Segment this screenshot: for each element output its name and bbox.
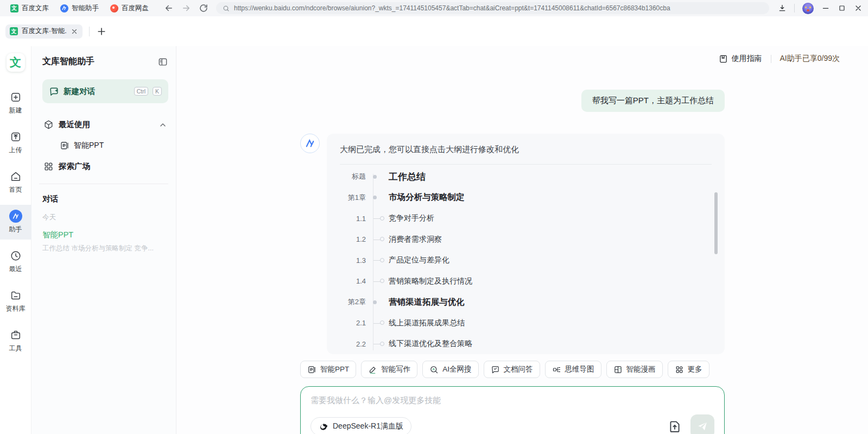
rail-item-home[interactable]: 首页	[0, 165, 31, 200]
sidebar-title: 文库智能助手	[42, 56, 94, 67]
chat-composer: DeepSeek-R1满血版	[300, 386, 725, 434]
search-icon	[429, 365, 439, 374]
wenku-app-logo[interactable]: 文	[7, 53, 25, 72]
divider	[89, 27, 90, 36]
outline-row[interactable]: 2.2 线下渠道优化及整合策略	[340, 334, 725, 354]
browser-tab[interactable]: 文 百度文库·智能...	[5, 24, 83, 39]
outline-row[interactable]: 1.3 产品定位与差异化	[340, 250, 725, 271]
skill-doc-qa[interactable]: 文档问答	[484, 361, 540, 378]
skill-smart-writing[interactable]: 智能写作	[361, 361, 417, 378]
browser-profile-avatar[interactable]	[802, 3, 814, 14]
rail-item-library[interactable]: 资料库	[0, 284, 31, 319]
netdisk-logo-icon	[110, 4, 118, 12]
skill-smart-ppt[interactable]: 智能PPT	[300, 361, 356, 378]
skill-more[interactable]: 更多	[668, 361, 709, 378]
left-rail: 文 新建 上传 首页 助手 最近 资料库 工具	[0, 46, 31, 434]
bookmark-label: 百度网盘	[122, 4, 149, 13]
tab-close-icon[interactable]	[71, 28, 78, 35]
more-grid-icon	[675, 365, 684, 374]
attach-file-icon[interactable]	[668, 419, 682, 433]
url-text: https://wenku.baidu.com/ndcore/browse/ai…	[234, 4, 763, 12]
main-content: 使用指南 AI助手已享0/99次 帮我写一篇PPT，主题为工作总结 大纲已完成，…	[176, 46, 868, 434]
bookmark-label: 智能助手	[72, 4, 99, 13]
model-selector[interactable]: DeepSeek-R1满血版	[311, 417, 411, 434]
outline-row[interactable]: 1.4 营销策略制定及执行情况	[340, 271, 725, 292]
toolbox-icon	[9, 329, 22, 342]
conversations-date-group: 今天	[42, 207, 168, 224]
forward-icon[interactable]	[181, 3, 191, 13]
outline-row[interactable]: 第1章 市场分析与策略制定	[340, 187, 725, 209]
rail-item-assistant[interactable]: 助手	[0, 205, 31, 240]
maximize-icon[interactable]	[838, 4, 846, 12]
home-icon	[9, 170, 22, 183]
upload-icon	[9, 130, 22, 143]
new-icon	[9, 91, 22, 104]
skill-mindmap[interactable]: 思维导图	[545, 361, 601, 378]
outline-row[interactable]: 2.1 线上渠道拓展成果总结	[340, 313, 725, 334]
sidebar-item-smart-ppt[interactable]: 智能PPT	[42, 135, 168, 156]
bookmark-netdisk[interactable]: 百度网盘	[105, 2, 153, 15]
assistant-icon	[9, 210, 22, 223]
quota-label[interactable]: AI助手已享0/99次	[780, 54, 840, 64]
browser-toolbar: 文 百度文库 智能助手 百度网盘 https://wenku.baidu.com…	[0, 0, 868, 16]
sidebar-item-explore[interactable]: 探索广场	[42, 156, 168, 177]
rail-item-recent[interactable]: 最近	[0, 244, 31, 279]
conversation-item[interactable]: 智能PPT 工作总结 市场分析与策略制定 竞争...	[42, 224, 168, 255]
clock-icon	[9, 249, 22, 262]
comic-icon	[613, 365, 623, 374]
url-search-icon	[223, 5, 230, 12]
rail-item-upload[interactable]: 上传	[0, 125, 31, 160]
tab-strip: 文 百度文库·智能...	[0, 16, 868, 46]
tab-favicon: 文	[10, 27, 18, 35]
outline-row[interactable]: 第2章 营销渠道拓展与优化	[340, 292, 725, 313]
ai-assistant-avatar	[300, 134, 320, 153]
outline-scrollbar[interactable]	[714, 192, 718, 254]
skill-ai-search[interactable]: AI全网搜	[422, 361, 478, 378]
new-chat-button[interactable]: 新建对话 Ctrl K	[42, 79, 168, 103]
folder-icon	[9, 289, 22, 302]
ai-message-text: 大纲已完成，您可以直接点击大纲进行修改和优化	[340, 144, 725, 155]
send-plane-icon	[696, 420, 708, 432]
outline-row[interactable]: 标题 工作总结	[340, 166, 725, 187]
minimize-icon[interactable]	[821, 4, 830, 12]
ppt-outline: 标题 工作总结 第1章 市场分析与策略制定 1.1 竞争对手分析	[340, 166, 725, 354]
wenku-logo-icon: 文	[10, 4, 18, 12]
download-icon[interactable]	[778, 4, 787, 12]
mindmap-icon	[552, 365, 561, 374]
refresh-icon[interactable]	[199, 3, 208, 13]
send-button[interactable]	[690, 414, 714, 434]
divider	[340, 164, 712, 165]
grid-icon	[43, 161, 54, 172]
cube-icon	[43, 119, 54, 130]
user-message-bubble: 帮我写一篇PPT，主题为工作总结	[581, 90, 725, 112]
outline-row[interactable]: 1.2 消费者需求洞察	[340, 229, 725, 250]
back-icon[interactable]	[164, 3, 174, 13]
rail-item-new[interactable]: 新建	[0, 86, 31, 121]
skill-comic[interactable]: 智能漫画	[606, 361, 663, 378]
outline-row[interactable]: 1.1 竞争对手分析	[340, 208, 725, 229]
divider	[39, 184, 168, 184]
bookmark-assistant[interactable]: 智能助手	[55, 2, 103, 15]
new-chat-label: 新建对话	[64, 86, 130, 97]
new-tab-icon[interactable]	[96, 26, 107, 37]
bookmark-wenku[interactable]: 文 百度文库	[5, 2, 53, 15]
skill-toolbar: 智能PPT 智能写作 AI全网搜 文档问答 思维导图	[300, 361, 725, 378]
usage-guide-label: 使用指南	[732, 54, 762, 64]
rail-item-tools[interactable]: 工具	[0, 324, 31, 358]
assistant-logo-icon	[60, 4, 68, 12]
chat-plus-icon	[49, 86, 59, 97]
usage-guide-button[interactable]: 使用指南	[719, 54, 762, 64]
doc-qa-icon	[491, 365, 500, 374]
tab-title: 百度文库·智能...	[22, 27, 67, 36]
collapse-panel-icon[interactable]	[157, 56, 168, 67]
conversation-title: 智能PPT	[42, 230, 168, 240]
chevron-up-icon[interactable]	[159, 121, 167, 129]
kbd-k: K	[153, 87, 162, 96]
conversations-header: 对话	[42, 190, 168, 207]
chat-input[interactable]	[311, 395, 714, 405]
close-icon[interactable]	[854, 4, 863, 12]
model-name: DeepSeek-R1满血版	[333, 422, 403, 431]
address-bar[interactable]: https://wenku.baidu.com/ndcore/browse/ai…	[216, 2, 769, 14]
sidebar-group-recent[interactable]: 最近使用	[42, 114, 168, 135]
divider	[771, 55, 771, 63]
